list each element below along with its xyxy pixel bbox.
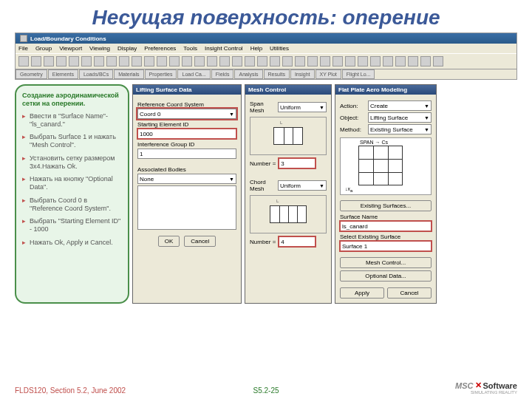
chord-number-input[interactable] <box>279 236 316 247</box>
surface-name-input[interactable] <box>340 221 432 231</box>
cancel-button[interactable]: Cancel <box>184 236 216 247</box>
method-select[interactable]: Existing Surface▼ <box>368 124 432 134</box>
toolbar-icon[interactable] <box>320 56 330 66</box>
toolbar-icon[interactable] <box>420 56 431 66</box>
tab-properties[interactable]: Properties <box>145 69 177 79</box>
menu-viewport[interactable]: Viewport <box>59 45 82 52</box>
action-select[interactable]: Create▼ <box>368 100 432 111</box>
chevron-down-icon: ▼ <box>424 127 429 132</box>
instruction-item: Выбрать "Starting Element ID" - 1000 <box>22 217 122 234</box>
footer-page-number: S5.2-25 <box>253 386 279 395</box>
chevron-down-icon: ▼ <box>424 115 429 120</box>
tab-materials[interactable]: Materials <box>114 69 143 79</box>
toolbar-icon[interactable] <box>207 56 217 66</box>
toolbar-icon[interactable] <box>144 56 154 66</box>
instruction-item: Нажать на кнопку "Optional Data". <box>22 175 122 192</box>
menu-viewing[interactable]: Viewing <box>89 45 110 52</box>
instruction-item: Ввести в "Surface Name"-"ls_canard." <box>22 112 122 129</box>
method-label: Method: <box>340 126 365 133</box>
menu-utilities[interactable]: Utilities <box>270 45 289 52</box>
toolbar-icon[interactable] <box>395 56 406 66</box>
menu-file[interactable]: File <box>18 45 28 52</box>
toolbar-icon[interactable] <box>270 56 280 66</box>
toolbar-icon[interactable] <box>282 56 293 66</box>
interference-group-input[interactable] <box>137 149 236 159</box>
ok-button[interactable]: OK <box>158 236 180 247</box>
toolbar-icon[interactable] <box>106 56 117 66</box>
toolbar-icon[interactable] <box>119 56 129 66</box>
instruction-item: Выбрать Coord 0 в "Reference Coord Syste… <box>22 197 122 214</box>
object-select[interactable]: Lifting Surface▼ <box>368 112 432 123</box>
panel-mesh-control: Mesh Control Span Mesh Uniform▼ L Number… <box>245 84 332 304</box>
menu-insight[interactable]: Insight Control <box>205 45 243 52</box>
instruction-item: Выбрать Surface 1 и нажать "Mesh Control… <box>22 133 122 150</box>
toolbar-icon[interactable] <box>81 56 92 66</box>
tab-xyplot[interactable]: XY Plot <box>316 69 341 79</box>
existing-surfaces-button[interactable]: Existing Surfaces... <box>340 200 432 211</box>
tab-geometry[interactable]: Geometry <box>16 69 47 79</box>
tab-insight[interactable]: Insight <box>290 69 315 79</box>
toolbar-icon[interactable] <box>358 56 368 66</box>
tab-loadcases[interactable]: Load Ca... <box>177 69 210 79</box>
toolbar-icon[interactable] <box>219 56 230 66</box>
toolbar-icon[interactable] <box>94 56 104 66</box>
associated-bodies-list[interactable] <box>137 185 236 230</box>
panel-title: Flat Plate Aero Modeling <box>335 85 436 95</box>
toolbar-icon[interactable] <box>194 56 205 66</box>
instructions-panel: Создание аэродинамической сетки на опере… <box>15 84 129 304</box>
toolbar-icon[interactable] <box>232 56 242 66</box>
toolbar-icon[interactable] <box>295 56 305 66</box>
cancel-button[interactable]: Cancel <box>387 287 432 299</box>
menubar[interactable]: File Group Viewport Viewing Display Pref… <box>16 44 516 53</box>
menu-display[interactable]: Display <box>117 45 137 52</box>
toolbar-icon[interactable] <box>18 56 29 66</box>
tab-fields[interactable]: Fields <box>211 69 234 79</box>
toolbar-icon[interactable] <box>132 56 142 66</box>
menu-help[interactable]: Help <box>250 45 262 52</box>
menu-tools[interactable]: Tools <box>183 45 197 52</box>
aero-grid-diagram: SPAN → Cs ↓xa <box>340 137 432 195</box>
tab-loadsbcs[interactable]: Loads/BCs <box>79 69 113 79</box>
toolbar-icon[interactable] <box>169 56 180 66</box>
toolbar-icon[interactable] <box>257 56 267 66</box>
toolbar-icon[interactable] <box>383 56 393 66</box>
toolbar-icon[interactable] <box>44 56 54 66</box>
toolbar-icon[interactable] <box>157 56 167 66</box>
apply-button[interactable]: Apply <box>340 287 384 299</box>
tab-analysis[interactable]: Analysis <box>234 69 262 79</box>
toolbar-icon[interactable] <box>332 56 343 66</box>
menu-group[interactable]: Group <box>35 45 52 52</box>
app-icon <box>20 35 27 42</box>
toolbar-icon[interactable] <box>182 56 192 66</box>
span-number-input[interactable] <box>279 158 316 168</box>
toolbar-icon[interactable] <box>245 56 255 66</box>
menu-preferences[interactable]: Preferences <box>144 45 176 52</box>
associated-bodies-select[interactable]: None▼ <box>137 174 236 184</box>
surface-name-label: Surface Name <box>340 214 432 220</box>
optional-data-button[interactable]: Optional Data... <box>340 270 432 282</box>
toolbar-icon[interactable] <box>31 56 41 66</box>
chevron-down-icon: ▼ <box>229 112 234 117</box>
toolbar-icon[interactable] <box>69 56 79 66</box>
tab-results[interactable]: Results <box>264 69 290 79</box>
app-window: Load/Boundary Conditions File Group View… <box>15 33 517 80</box>
toolbar-icon[interactable] <box>370 56 381 66</box>
starting-element-input[interactable] <box>137 129 236 139</box>
select-surface-label: Select Existing Surface <box>340 233 432 240</box>
toolbar-icon[interactable] <box>345 56 355 66</box>
chevron-down-icon: ▼ <box>424 103 429 109</box>
chord-mesh-select[interactable]: Uniform▼ <box>278 180 327 191</box>
tab-elements[interactable]: Elements <box>48 69 78 79</box>
toolbar-icon[interactable] <box>433 56 443 66</box>
instructions-heading: Создание аэродинамической сетки на опере… <box>22 92 122 108</box>
select-surface-input[interactable] <box>340 241 432 251</box>
slide-footer: FLDS120, Section 5.2, June 2002 S5.2-25 … <box>15 381 517 395</box>
toolbar-icon[interactable] <box>56 56 66 66</box>
mesh-control-button[interactable]: Mesh Control... <box>340 257 432 268</box>
span-mesh-select[interactable]: Uniform▼ <box>278 102 327 112</box>
toolbar-icon[interactable] <box>307 56 318 66</box>
toolbar-icon[interactable] <box>408 56 418 66</box>
tab-flightloads[interactable]: Flight Lo... <box>342 69 375 79</box>
ref-coord-select[interactable]: Coord 0▼ <box>137 109 236 119</box>
interference-group-label: Interference Group ID <box>137 141 236 148</box>
